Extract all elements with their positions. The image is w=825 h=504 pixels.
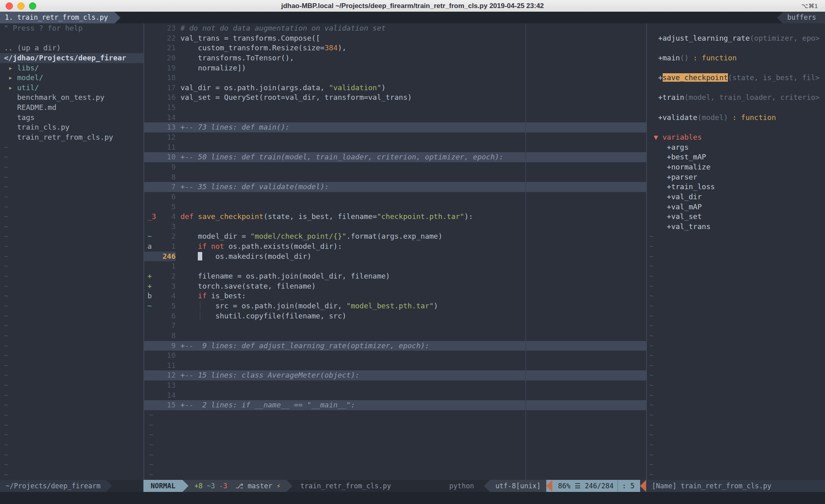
tag-item[interactable] bbox=[647, 122, 825, 132]
tilde-marker: ~ bbox=[4, 341, 8, 350]
tag-item[interactable] bbox=[647, 63, 825, 73]
tree-item[interactable]: tags bbox=[0, 113, 143, 123]
zoom-button[interactable] bbox=[29, 2, 36, 10]
code-line[interactable]: 21 custom_transform.Resize(size=384), bbox=[144, 43, 647, 53]
tag-item[interactable]: +validate(model) : function bbox=[647, 113, 825, 123]
code-line[interactable]: 11 bbox=[144, 143, 647, 153]
code-line[interactable]: 6 bbox=[144, 192, 647, 202]
code-line[interactable]: a1 if not os.path.exists(model_dir): bbox=[144, 242, 647, 252]
token: ): bbox=[464, 212, 473, 221]
tree-item[interactable]: train_cls.py bbox=[0, 122, 143, 132]
tag-item[interactable]: +args bbox=[647, 143, 825, 153]
code-line[interactable]: 18 bbox=[144, 73, 647, 83]
tilde-marker: ~ bbox=[4, 272, 8, 280]
folded-line[interactable]: 12+-- 15 lines: class AverageMeter(objec… bbox=[144, 370, 647, 380]
tree-item[interactable]: ▸ util/ bbox=[0, 83, 143, 93]
folded-line[interactable]: 13+-- 73 lines: def main(): bbox=[144, 122, 647, 132]
code-line[interactable]: 10 bbox=[144, 351, 647, 361]
code-line[interactable]: 8 bbox=[144, 172, 647, 182]
line-number: 19 bbox=[160, 63, 176, 73]
empty-line: ~ bbox=[0, 311, 143, 321]
tree-item[interactable]: ▸ libs/ bbox=[0, 63, 143, 73]
token: benchmark_on_test.py bbox=[17, 93, 105, 101]
tag-item[interactable]: +adjust_learning_rate(optimizer, epo> bbox=[647, 33, 825, 43]
code-line[interactable]: +3 torch.save(state, filename) bbox=[144, 281, 647, 291]
tag-item[interactable] bbox=[647, 103, 825, 113]
code-line[interactable]: 246 os.makedirs(model_dir) bbox=[144, 252, 647, 262]
code-line[interactable]: 22val_trans = transforms.Compose([ bbox=[144, 33, 647, 43]
tree-item[interactable]: train_retr_from_cls.py bbox=[0, 132, 143, 143]
token: libs/ bbox=[17, 64, 39, 72]
code-line[interactable]: 11 bbox=[144, 361, 647, 371]
tree-item[interactable]: benchmark_on_test.py bbox=[0, 93, 143, 103]
code-line[interactable]: 20 transforms.ToTensor(), bbox=[144, 53, 647, 63]
token: +parser bbox=[649, 173, 697, 181]
code-line[interactable]: 1 bbox=[144, 261, 647, 271]
tag-item[interactable]: +val_dir bbox=[647, 192, 825, 202]
tree-item[interactable] bbox=[0, 33, 143, 43]
tag-item[interactable] bbox=[647, 43, 825, 53]
tag-item[interactable]: +main() : function bbox=[647, 53, 825, 63]
code-line[interactable]: 6 │ shutil.copyfile(filename, src) bbox=[144, 311, 647, 321]
folded-line[interactable]: 9+-- 9 lines: def adjust_learning_rate(o… bbox=[144, 341, 647, 351]
tilde-marker: ~ bbox=[4, 312, 8, 320]
code-text bbox=[180, 222, 647, 232]
tilde-marker: ~ bbox=[649, 262, 654, 270]
tilde-marker: ~ bbox=[649, 242, 654, 250]
code-line[interactable]: 19 normalize]) bbox=[144, 63, 647, 73]
tag-item[interactable]: +val_mAP bbox=[647, 202, 825, 212]
code-line[interactable]: 13 bbox=[144, 380, 647, 390]
tree-item[interactable]: README.md bbox=[0, 103, 143, 113]
token bbox=[180, 302, 198, 310]
token bbox=[4, 123, 17, 131]
code-line[interactable]: 8 bbox=[144, 331, 647, 341]
code-line[interactable]: 12 bbox=[144, 132, 647, 143]
tag-item[interactable]: +train_loss bbox=[647, 182, 825, 192]
tag-item[interactable]: +best_mAP bbox=[647, 152, 825, 162]
folded-line[interactable]: 15+-- 2 lines: if __name__ == "__main__"… bbox=[144, 400, 647, 410]
code-line[interactable]: 3 bbox=[144, 222, 647, 232]
code-line[interactable]: ~5 │ src = os.path.join(model_dir, "mode… bbox=[144, 301, 647, 311]
code-line[interactable]: b4 if is_best: bbox=[144, 291, 647, 301]
token: : function bbox=[728, 113, 776, 122]
buffers-label[interactable]: buffers bbox=[783, 12, 825, 23]
tree-item[interactable]: " Press ? for help bbox=[0, 23, 143, 33]
code-line[interactable]: 14 bbox=[144, 390, 647, 401]
folded-line[interactable]: 7+-- 35 lines: def validate(model): bbox=[144, 182, 647, 192]
tab-train-retr-from-cls[interactable]: 1. train_retr_from_cls.py bbox=[0, 12, 114, 23]
gutter-sign bbox=[144, 172, 160, 182]
code-line[interactable]: 14 bbox=[144, 113, 647, 123]
tag-item[interactable]: +normalize bbox=[647, 162, 825, 172]
tag-item[interactable]: +save_checkpoint(state, is_best, fil> bbox=[647, 73, 825, 83]
tree-item[interactable]: </jdhao/Projects/deep_firear bbox=[0, 53, 143, 63]
code-line[interactable]: 23# do not do data augmentation on valid… bbox=[144, 23, 647, 33]
tag-item[interactable]: ▼ variables bbox=[647, 132, 825, 143]
tree-item[interactable]: ▸ model/ bbox=[0, 73, 143, 83]
tag-item[interactable] bbox=[647, 23, 825, 33]
tag-item[interactable] bbox=[647, 83, 825, 93]
code-line[interactable]: 15 bbox=[144, 103, 647, 113]
code-line[interactable]: 9 bbox=[144, 162, 647, 172]
code-line[interactable]: 17val_dir = os.path.join(args.data, "val… bbox=[144, 83, 647, 93]
line-number: 8 bbox=[160, 331, 176, 341]
code-line[interactable]: 7 bbox=[144, 321, 647, 331]
empty-line: ~ bbox=[647, 380, 825, 390]
statusline-position: 86% ☰ 246/284 : 5 bbox=[552, 480, 640, 492]
tag-item[interactable]: +val_trans bbox=[647, 222, 825, 232]
folded-line[interactable]: 10+-- 50 lines: def train(model, train_l… bbox=[144, 152, 647, 162]
code-line[interactable]: 5 bbox=[144, 202, 647, 212]
token: tags bbox=[17, 113, 35, 122]
tag-item[interactable]: +train(model, train_loader, criterio> bbox=[647, 93, 825, 103]
tilde-marker: ~ bbox=[4, 212, 8, 221]
color-column bbox=[525, 23, 526, 480]
code-line[interactable]: _34def save_checkpoint(state, is_best, f… bbox=[144, 212, 647, 222]
tag-item[interactable]: +val_set bbox=[647, 212, 825, 222]
tree-item[interactable]: .. (up a dir) bbox=[0, 43, 143, 53]
close-button[interactable] bbox=[6, 2, 13, 10]
tilde-marker: ~ bbox=[4, 163, 8, 171]
code-line[interactable]: +2 filename = os.path.join(model_dir, fi… bbox=[144, 271, 647, 281]
minimize-button[interactable] bbox=[17, 2, 25, 10]
code-line[interactable]: ~2 model_dir = "model/check_point/{}".fo… bbox=[144, 231, 647, 242]
code-line[interactable]: 16val_set = QuerySet(root=val_dir, trans… bbox=[144, 93, 647, 103]
tag-item[interactable]: +parser bbox=[647, 172, 825, 182]
